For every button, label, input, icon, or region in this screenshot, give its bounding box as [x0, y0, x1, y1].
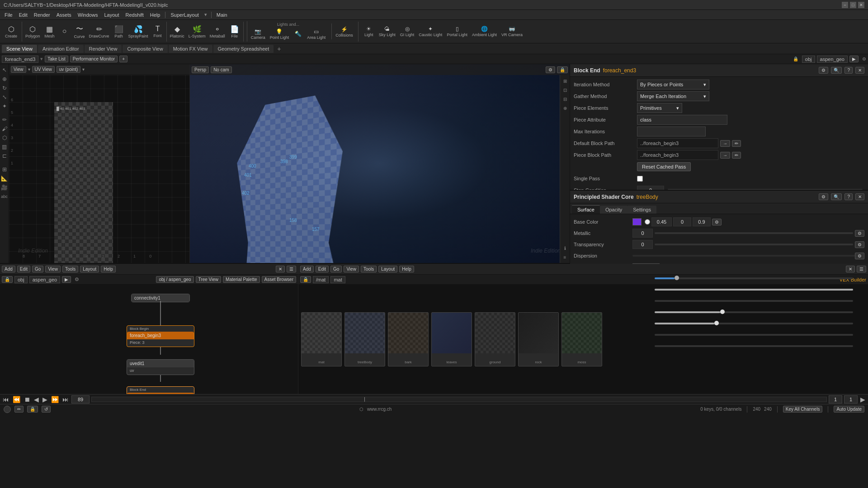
piece-attribute-input[interactable] — [637, 115, 727, 125]
reset-cached-pass-button[interactable]: Reset Cached Pass — [637, 162, 691, 171]
gather-method-dropdown[interactable]: Merge Each Iteration ▾ — [637, 91, 709, 101]
sg-edit-btn[interactable]: Edit — [316, 266, 329, 272]
status-edit-btn[interactable]: ✏ — [14, 406, 24, 413]
geo-node[interactable]: aspen_geo — [817, 56, 848, 63]
view-dropdown[interactable]: View — [11, 66, 26, 73]
ng-asset-browser[interactable]: Asset Browser — [262, 276, 296, 283]
sg-close-btn[interactable]: ✕ — [846, 266, 855, 272]
piece-block-path-field[interactable]: ../foreach_begin3 — [637, 150, 718, 160]
node-uvedit1[interactable]: uvedit1 uv — [127, 359, 194, 375]
viewport-3d[interactable]: Persp No cam ⚙ 🔒 400 399 398 401 — [190, 64, 570, 263]
sg-list-btn[interactable]: ☰ — [857, 266, 866, 272]
ng-help-btn[interactable]: Help — [101, 266, 116, 272]
sg-mat-node[interactable]: /mat — [313, 276, 329, 283]
shader-thumb-6[interactable]: rock — [518, 312, 559, 366]
tab-motion-fx[interactable]: Motion FX View — [169, 45, 212, 53]
timeline-step-back[interactable]: ⏪ — [12, 396, 21, 403]
vp-tool-4[interactable]: ⊕ — [561, 104, 569, 112]
ng-layout-btn[interactable]: Layout — [80, 266, 99, 272]
toolbar-circle[interactable]: ○ — [57, 26, 72, 37]
default-block-path-field[interactable]: ../foreach_begin3 — [637, 138, 718, 148]
toolbar-platonic[interactable]: ◆ Platonic — [168, 24, 186, 39]
tab-scene-view[interactable]: Scene View — [2, 45, 37, 53]
auto-update-btn[interactable]: Auto Update — [834, 406, 864, 413]
max-iterations-input[interactable] — [637, 127, 706, 136]
sg-layout-btn[interactable]: Layout — [378, 266, 397, 272]
tool-handle[interactable]: ✦ — [0, 102, 9, 110]
timeline-play[interactable]: ▶ — [42, 396, 48, 403]
minimize-button[interactable]: − — [842, 2, 848, 8]
metallic-input[interactable] — [632, 229, 653, 238]
tool-scale[interactable]: ⤡ — [0, 93, 9, 101]
shader-close-icon[interactable]: ✕ — [855, 193, 864, 200]
persp-dropdown[interactable]: Persp — [192, 66, 209, 73]
shader-tab-opacity[interactable]: Opacity — [600, 206, 627, 214]
shader-search-icon[interactable]: 🔍 — [831, 193, 842, 200]
ng-path-go[interactable]: ▶ — [62, 276, 71, 283]
metallic-slider[interactable] — [655, 232, 853, 234]
toolbar-point-light[interactable]: 💡 Point Light — [268, 28, 291, 41]
toolbar-font[interactable]: T Font — [151, 24, 165, 39]
toolbar-camera[interactable]: 📷 Camera — [249, 28, 267, 41]
shader-thumb-1[interactable]: mat — [301, 312, 342, 366]
default-path-nav-btn[interactable]: → — [720, 140, 730, 147]
menu-render[interactable]: Render — [31, 11, 53, 19]
sg-view-btn[interactable]: View — [344, 266, 359, 272]
ng-list-btn[interactable]: ☰ — [287, 266, 296, 272]
toolbar-mesh[interactable]: ▦ Mesh — [42, 24, 57, 39]
toolbar-polygon[interactable]: ⬡ Polygon — [24, 24, 42, 39]
menu-help[interactable]: Help — [147, 11, 163, 19]
timeline-loop-btn[interactable]: ▶ — [859, 396, 866, 403]
timeline-track[interactable] — [91, 397, 827, 402]
maximize-button[interactable]: □ — [850, 2, 856, 8]
tool-edge[interactable]: ⊏ — [0, 152, 9, 160]
network-dropdown[interactable]: foreach_end3 — [2, 56, 38, 63]
base-color-b[interactable] — [693, 217, 711, 226]
ng-material-palette[interactable]: Material Palette — [223, 276, 259, 283]
toolbar-ambient-light[interactable]: 🌐 Ambient Light — [470, 25, 499, 38]
transparency-slider[interactable] — [655, 244, 853, 245]
sg-go-btn[interactable]: Go — [330, 266, 342, 272]
ior-slider[interactable] — [655, 311, 853, 313]
shader-thumb-7[interactable]: moss — [561, 312, 602, 366]
vp-tool-info[interactable]: ℹ — [561, 244, 569, 252]
toolbar-area-light[interactable]: ▭ Area Light — [305, 28, 327, 41]
ng-view-btn[interactable]: View — [45, 266, 61, 272]
tool-polybridge[interactable]: ⬡ — [0, 134, 9, 142]
toolbar-path[interactable]: ⬛ Path — [112, 24, 126, 39]
toolbar-collisions[interactable]: ⚡ Collisions — [334, 25, 355, 38]
ng-go-btn[interactable]: Go — [32, 266, 43, 272]
at-distance-slider[interactable] — [655, 277, 853, 279]
sg-help-btn[interactable]: Help — [399, 266, 414, 272]
take-list-btn[interactable]: Take List — [45, 56, 68, 62]
key-all-channels-btn[interactable]: Key All Channels — [783, 406, 823, 413]
tool-polygon[interactable]: ▥ — [0, 143, 9, 151]
menu-file[interactable]: File — [2, 11, 15, 19]
shader-thumb-2[interactable]: treeBody — [344, 312, 385, 366]
block-end-help-icon[interactable]: ? — [844, 67, 853, 74]
performance-monitor-btn[interactable]: Performance Monitor — [70, 56, 118, 62]
toolbar-gi-light[interactable]: ◎ GI Light — [398, 25, 416, 38]
timeline-skip-start[interactable]: ⏮ — [2, 396, 10, 403]
ng-tree-view[interactable]: Tree View — [196, 276, 221, 283]
tool-camera-nav[interactable]: 🎥 — [0, 183, 9, 192]
vp-tool-settings[interactable]: ≡ — [561, 253, 569, 261]
base-color-g[interactable] — [673, 217, 691, 226]
vp-tool-3[interactable]: ⊟ — [561, 95, 569, 103]
node-foreach-begin3[interactable]: Block Begin foreach_begin3 Piece: 3 — [127, 325, 194, 347]
base-color-r[interactable] — [651, 217, 672, 226]
tool-measure[interactable]: 📐 — [0, 174, 9, 183]
tool-snap[interactable]: ⊞ — [0, 165, 9, 174]
timeline-stop[interactable]: ⏹ — [23, 396, 31, 403]
tab-composite-view[interactable]: Composite View — [123, 45, 167, 53]
iteration-method-dropdown[interactable]: By Pieces or Points ▾ — [637, 80, 709, 89]
camera-dropdown[interactable]: No cam — [211, 66, 231, 73]
menu-assets[interactable]: Assets — [54, 11, 74, 19]
sg-add-btn[interactable]: Add — [300, 266, 314, 272]
ng-obj-node[interactable]: obj — [14, 276, 28, 283]
path-action-btn[interactable]: ▶ — [849, 56, 859, 62]
transparency-input[interactable] — [632, 240, 653, 249]
sg-lock[interactable]: 🔒 — [300, 276, 311, 283]
toolbar-curve[interactable]: 〜 Curve — [72, 23, 87, 40]
reflectivity-slider[interactable] — [655, 289, 853, 291]
